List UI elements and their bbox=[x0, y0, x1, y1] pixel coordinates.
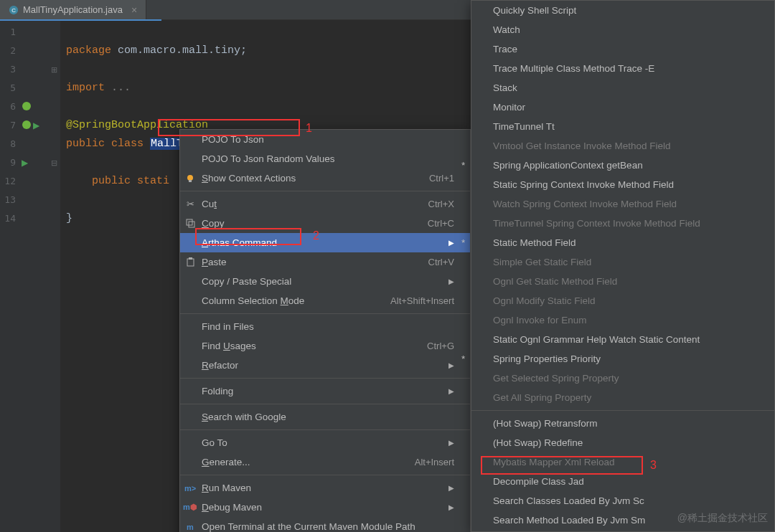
menu-item-label: Run Maven bbox=[202, 483, 443, 493]
menu-item[interactable]: (Hot Swap) Redefine bbox=[471, 433, 774, 452]
menu-item-label: Static Spring Context Invoke Method Fiel… bbox=[493, 179, 758, 190]
code-line bbox=[66, 63, 72, 75]
menu-item-label: Monitor bbox=[493, 102, 758, 113]
menu-item-label: Vmtool Get Instance Invoke Method Field bbox=[493, 141, 758, 151]
menu-item: Get All Spring Property bbox=[471, 388, 774, 407]
gutter-icon-column: ▶ ▶ bbox=[20, 20, 47, 532]
menu-item[interactable]: Search Classes Loaded By Jvm Sc bbox=[471, 491, 774, 510]
submenu-arrow-icon: ▶ bbox=[448, 361, 454, 369]
annotation-number-2: 2 bbox=[313, 229, 319, 242]
menu-item[interactable]: Find in Files bbox=[180, 317, 470, 336]
menu-item[interactable]: POJO To Json Random Values bbox=[180, 149, 470, 168]
cut-icon: ✂ bbox=[184, 199, 196, 210]
menu-item-label: Find Usages bbox=[202, 341, 427, 351]
paste-icon bbox=[184, 257, 196, 268]
fold-toggle-icon[interactable]: ⊞ bbox=[47, 60, 60, 79]
run-gutter-icon[interactable]: ▶ bbox=[33, 120, 39, 130]
menu-item[interactable]: Stack bbox=[471, 78, 774, 98]
menu-item[interactable]: Generate...Alt+Insert bbox=[180, 452, 470, 472]
menu-item[interactable]: Search with Google bbox=[180, 407, 470, 427]
menu-item[interactable]: Column Selection ModeAlt+Shift+Insert bbox=[180, 291, 470, 310]
menu-item[interactable]: Decompile Class Jad bbox=[471, 472, 774, 491]
menu-item[interactable]: mOpen Terminal at the Current Maven Modu… bbox=[180, 517, 470, 532]
code-line: } bbox=[66, 212, 72, 224]
svg-point-4 bbox=[187, 175, 193, 181]
menu-item[interactable]: m>Run Maven▶ bbox=[180, 478, 470, 498]
menu-item-label: Simple Get Static Field bbox=[493, 257, 758, 267]
menu-item[interactable]: Watch bbox=[471, 20, 774, 39]
menu-item-label: Get Selected Spring Property bbox=[493, 373, 758, 384]
menu-item: Get Selected Spring Property bbox=[471, 369, 774, 388]
menu-item[interactable]: Monitor bbox=[471, 98, 774, 117]
menu-item[interactable]: *Static Method Field bbox=[471, 233, 774, 252]
menu-item-label: Trace Multiple Class Method Trace -E bbox=[493, 63, 758, 74]
submenu-arrow-icon: ▶ bbox=[448, 277, 454, 285]
annotation-box-3 bbox=[481, 456, 643, 475]
group-marker-icon: * bbox=[461, 237, 465, 248]
svg-rect-9 bbox=[189, 257, 192, 260]
run-gutter-icon[interactable]: ▶ bbox=[22, 158, 28, 168]
menu-item[interactable]: *Spring Properties Priority bbox=[471, 349, 774, 369]
copy-icon bbox=[184, 218, 196, 229]
menu-item[interactable]: m⬢Debug Maven▶ bbox=[180, 498, 470, 517]
menu-item-label: Ognl Invoke for Enum bbox=[493, 315, 758, 326]
menu-item-label: Ognl Modify Static Field bbox=[493, 295, 758, 306]
submenu-arrow-icon: ▶ bbox=[448, 484, 454, 492]
menu-item[interactable]: Trace bbox=[471, 39, 774, 59]
menu-item: Watch Spring Context Invoke Method Field bbox=[471, 194, 774, 214]
menu-item[interactable]: Copy / Paste Special▶ bbox=[180, 272, 470, 291]
tab-filename: MallTinyApplication.java bbox=[23, 4, 123, 15]
menu-shortcut: Alt+Shift+Insert bbox=[390, 295, 454, 306]
menu-item[interactable]: (Hot Swap) Retransform bbox=[471, 414, 774, 433]
menu-item[interactable]: TimeTunnel Tt bbox=[471, 117, 774, 136]
menu-item[interactable]: Find UsagesCtrl+G bbox=[180, 336, 470, 356]
spring-gutter-icon[interactable] bbox=[22, 120, 32, 132]
svg-rect-5 bbox=[189, 180, 192, 182]
code-line bbox=[66, 194, 72, 206]
fold-gutter: ⊞ ⊟ bbox=[47, 20, 60, 532]
menu-item-label: Decompile Class Jad bbox=[493, 476, 758, 487]
menu-shortcut: Ctrl+1 bbox=[429, 173, 454, 184]
menu-item-label: Copy / Paste Special bbox=[202, 276, 443, 287]
menu-item[interactable]: Static Spring Context Invoke Method Fiel… bbox=[471, 175, 774, 194]
menu-item-label: Cut bbox=[202, 199, 428, 209]
menu-item: Ognl Modify Static Field bbox=[471, 291, 774, 310]
menu-item-label: Open Terminal at the Current Maven Modul… bbox=[202, 521, 454, 532]
fold-toggle-icon[interactable]: ⊟ bbox=[47, 153, 60, 172]
menu-item[interactable]: Folding▶ bbox=[180, 381, 470, 401]
submenu-arrow-icon: ▶ bbox=[448, 439, 454, 447]
editor-tab[interactable]: C MallTinyApplication.java × bbox=[0, 0, 146, 19]
context-menu-main: POJO To JsonPOJO To Json Random ValuesSh… bbox=[179, 129, 471, 532]
menu-item-label: Watch bbox=[493, 24, 758, 35]
menu-item[interactable]: Trace Multiple Class Method Trace -E bbox=[471, 59, 774, 78]
spring-gutter-icon[interactable] bbox=[22, 101, 32, 113]
svg-rect-7 bbox=[189, 222, 194, 227]
submenu-arrow-icon: ▶ bbox=[448, 387, 454, 395]
menu-item-label: Spring ApplicationContext getBean bbox=[493, 160, 758, 171]
annotation-box-2 bbox=[195, 228, 301, 245]
menu-separator bbox=[180, 404, 470, 404]
menu-item-label: Get All Spring Property bbox=[493, 392, 758, 403]
menu-separator bbox=[180, 313, 470, 314]
close-tab-icon[interactable]: × bbox=[131, 4, 137, 16]
code-line: package com.macro.mall.tiny; bbox=[66, 44, 247, 57]
menu-item[interactable]: Go To▶ bbox=[180, 433, 470, 452]
menu-item-label: Ognl Get Static Method Field bbox=[493, 276, 758, 287]
menu-item[interactable]: Quickly Shell Script bbox=[471, 1, 774, 20]
menu-item[interactable]: PasteCtrl+V bbox=[180, 252, 470, 272]
menu-item[interactable]: Show Context ActionsCtrl+1 bbox=[180, 168, 470, 188]
menu-item-label: Column Selection Mode bbox=[202, 295, 390, 306]
code-line: import ... bbox=[66, 82, 131, 94]
svg-text:C: C bbox=[11, 6, 16, 13]
code-line bbox=[66, 100, 72, 113]
group-marker-icon: * bbox=[461, 353, 465, 364]
maven-icon: m> bbox=[184, 483, 196, 494]
menu-item[interactable]: *Spring ApplicationContext getBean bbox=[471, 156, 774, 175]
menu-item[interactable]: ✂CutCtrl+X bbox=[180, 194, 470, 214]
menu-item[interactable]: Static Ognl Grammar Help Watch Static Co… bbox=[471, 330, 774, 349]
menu-shortcut: Alt+Insert bbox=[415, 457, 454, 467]
menu-item-label: TimeTunnel Tt bbox=[493, 121, 758, 132]
menu-item[interactable]: Refactor▶ bbox=[180, 356, 470, 375]
menu-separator bbox=[180, 191, 470, 191]
menu-item: Vmtool Get Instance Invoke Method Field bbox=[471, 136, 774, 156]
